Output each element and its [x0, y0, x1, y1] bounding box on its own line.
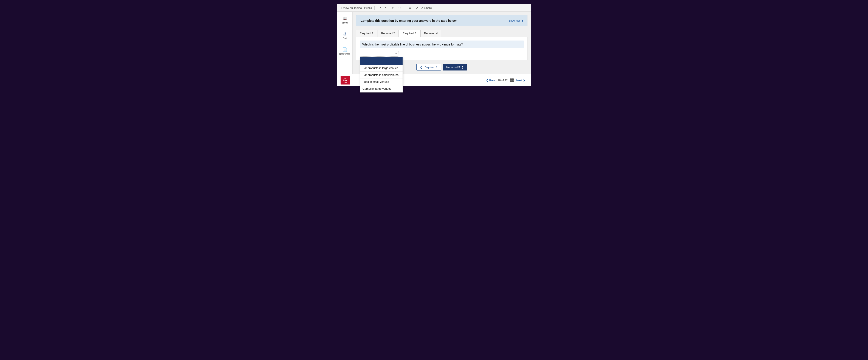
tab-required4-label: Required 4 [424, 32, 438, 35]
toolbar: ⊞ View on Tableau Public ↩ ↪ ↩ ↪ ▭ ⤢ ⇗ S… [337, 4, 531, 12]
of-label: of [501, 79, 504, 82]
tableau-link[interactable]: ⊞ View on Tableau Public [340, 6, 372, 9]
tab-required4[interactable]: Required 4 [421, 30, 441, 37]
grid-view-icon[interactable] [510, 79, 514, 82]
dropdown-item-games-large[interactable]: Games in large venues [360, 85, 403, 92]
next-nav-label: Required 3 [446, 65, 460, 69]
share-button[interactable]: ⇗ Share [421, 6, 432, 9]
dropdown-item-games-large-label: Games in large venues [363, 87, 392, 90]
tab-required1[interactable]: Required 1 [356, 30, 377, 37]
ebook-icon: 📖 [342, 16, 347, 21]
dropdown-item-food-small[interactable]: Food in small venues [360, 79, 403, 85]
main-content: Complete this question by entering your … [352, 12, 531, 74]
answer-dropdown[interactable]: Bar products in large venues Bar product… [360, 51, 399, 57]
question-area: Which is the most profitable line of bus… [356, 37, 527, 60]
prev-page-button[interactable]: ❮ Prev [486, 79, 495, 82]
prev-page-chevron: ❮ [486, 79, 489, 82]
dropdown-item-bar-small[interactable]: Bar products in small venues [360, 72, 403, 79]
redo2-button[interactable]: ↪ [397, 6, 402, 10]
prev-page-label: Prev [489, 79, 495, 82]
instruction-text: Complete this question by entering your … [361, 19, 457, 22]
toolbar-divider-2 [405, 6, 405, 10]
sidebar: 📖 eBook 🖨 Print 📄 References [337, 12, 352, 74]
sidebar-item-references[interactable]: 📄 References [338, 46, 351, 57]
references-label: References [339, 53, 350, 55]
dropdown-item-bar-large[interactable]: Bar products in large venues [360, 65, 403, 72]
next-page-chevron: ❯ [523, 79, 525, 82]
next-nav-chevron: ❯ [461, 65, 464, 69]
undo2-button[interactable]: ↩ [391, 6, 396, 10]
print-label: Print [342, 37, 347, 39]
toolbar-divider-1 [374, 6, 375, 10]
mcgraw-hill-logo: Mc Graw Hill [341, 76, 350, 84]
dropdown-item-food-small-label: Food in small venues [363, 80, 389, 83]
print-icon: 🖨 [343, 32, 347, 36]
instruction-box: Complete this question by entering your … [356, 15, 527, 26]
tableau-icon: ⊞ [340, 6, 342, 9]
present-button[interactable]: ▭ [407, 6, 413, 10]
current-page: 18 [497, 79, 500, 82]
grid-cell-3 [510, 80, 512, 82]
grid-cell-4 [512, 80, 514, 82]
tab-required3-label: Required 3 [403, 32, 416, 35]
sidebar-item-ebook[interactable]: 📖 eBook [338, 14, 351, 26]
total-pages: 22 [505, 79, 507, 82]
screen-container: ⊞ View on Tableau Public ↩ ↪ ↩ ↪ ▭ ⤢ ⇗ S… [337, 4, 531, 86]
pagination-row: ❮ Prev 18 of 22 Next ❯ [484, 76, 528, 84]
dropdown-item-bar-small-label: Bar products in small venues [363, 73, 399, 77]
share-icon: ⇗ [421, 6, 424, 9]
prev-nav-label: Required 1 [424, 65, 437, 69]
next-page-label: Next [516, 79, 522, 82]
main-layout: 📖 eBook 🖨 Print 📄 References Complete th… [337, 12, 531, 74]
sidebar-item-print[interactable]: 🖨 Print [338, 30, 351, 41]
dropdown-menu: Bar products in large venues Bar product… [360, 57, 403, 92]
grid-cell-2 [512, 79, 514, 80]
grid-cell-1 [510, 79, 512, 80]
dropdown-menu-header [360, 57, 403, 65]
logo-text: Mc Graw Hill [343, 77, 347, 83]
redo-button[interactable]: ↪ [384, 6, 389, 10]
tab-required3[interactable]: Required 3 [399, 30, 420, 37]
next-nav-button[interactable]: Required 3 ❯ [443, 64, 467, 71]
show-less-label: Show less ▲ [509, 19, 524, 22]
dropdown-item-bar-large-label: Bar products in large venues [363, 66, 398, 70]
prev-nav-button[interactable]: ❮ Required 1 [416, 64, 441, 71]
fullscreen-button[interactable]: ⤢ [414, 6, 420, 10]
undo-button[interactable]: ↩ [377, 6, 382, 10]
tabs-row: Required 1 Required 2 Required 3 Require… [356, 30, 527, 37]
tableau-link-text: View on Tableau Public [343, 6, 372, 9]
question-text: Which is the most profitable line of bus… [360, 40, 524, 48]
ebook-label: eBook [342, 22, 348, 24]
show-less-button[interactable]: Show less ▲ [509, 19, 524, 22]
references-icon: 📄 [342, 47, 347, 52]
page-indicator: 18 of 22 [497, 79, 507, 82]
tab-required2[interactable]: Required 2 [378, 30, 399, 37]
tab-required1-label: Required 1 [360, 32, 373, 35]
share-label: Share [424, 6, 432, 9]
next-page-button[interactable]: Next ❯ [516, 79, 525, 82]
tab-required2-label: Required 2 [381, 32, 395, 35]
dropdown-wrapper: Bar products in large venues Bar product… [360, 51, 399, 57]
prev-nav-chevron: ❮ [420, 65, 423, 69]
